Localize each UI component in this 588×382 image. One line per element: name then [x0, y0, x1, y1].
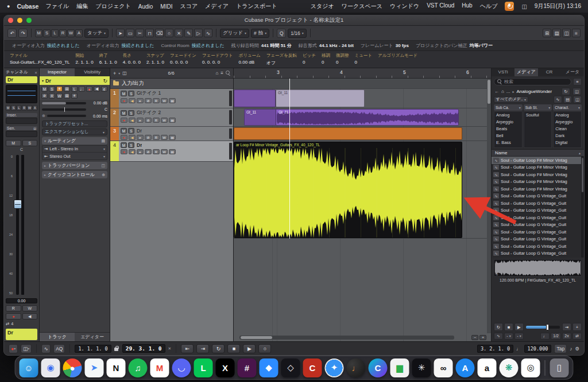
events-button[interactable]: ▤ [64, 93, 70, 99]
mute-button[interactable]: M [121, 91, 127, 96]
results-scrollbar[interactable] [581, 157, 584, 258]
metronome-icon[interactable]: ♪ [570, 346, 572, 352]
audio-clip-dr[interactable] [234, 127, 462, 140]
dock-line[interactable]: L [194, 358, 213, 377]
menubar-item[interactable]: プロジェクト [95, 2, 130, 10]
menubar-right-item[interactable]: VST Cloud [427, 2, 454, 10]
window-titlebar[interactable]: Cubase Pro プロジェクト - 名称未設定1 [4, 15, 584, 26]
events-button[interactable]: ▤ [169, 98, 176, 103]
info-item[interactable]: 微調整 0 [336, 53, 349, 68]
edit-channel-button[interactable]: e [137, 149, 144, 154]
insert-slot[interactable] [6, 118, 37, 124]
pan-readout[interactable]: C [6, 147, 37, 151]
write-automation-button[interactable]: W [22, 305, 38, 311]
tool-button[interactable]: ✎ [184, 29, 193, 37]
back-icon[interactable]: ← [494, 89, 499, 94]
left-locator-display[interactable]: 1. 1. 1. 0 [75, 345, 111, 353]
channel-mini-button[interactable]: R [22, 105, 26, 111]
add-track-button[interactable]: + [113, 71, 116, 76]
record-mode-button[interactable]: ●▾ [9, 344, 18, 353]
record-arm-button[interactable]: ● [121, 135, 127, 140]
attribute-column-header[interactable]: Charact. ▾ [553, 104, 582, 111]
close-icon[interactable]: ✕ [34, 71, 37, 75]
cycle-button[interactable]: ↻ [212, 344, 225, 353]
edit-channel-button[interactable]: e [101, 86, 107, 92]
preview-loop-button[interactable]: ↻ [494, 323, 503, 331]
results-name-header[interactable]: Name ▴ [492, 149, 584, 157]
tool-button[interactable]: ▷ [194, 29, 203, 37]
gear-icon[interactable]: ⚙ [575, 346, 579, 352]
monitor-button[interactable]: ◀ [129, 118, 136, 123]
track-number[interactable]: 4 [110, 141, 119, 161]
info-item[interactable]: 終了 6. 1. 1. 0 [99, 53, 117, 68]
channel-name[interactable]: Dr [6, 76, 37, 83]
read-button[interactable]: R [153, 135, 160, 140]
info-item[interactable]: ファイル Soul-GuitarL..FX_40_120_TL [10, 53, 70, 68]
edit-channel-button[interactable]: e [137, 135, 144, 140]
home-icon[interactable]: ⌂ [215, 71, 218, 76]
audition-curve-icon[interactable]: ∿ [41, 344, 51, 353]
sends-section[interactable]: Sen. ▤ [6, 126, 37, 130]
preview-waveform[interactable]: 5 [494, 259, 582, 276]
preview-volume-slider[interactable] [526, 326, 560, 329]
lane-button[interactable]: L [71, 86, 78, 92]
delay-slider[interactable] [47, 115, 86, 117]
toolbar-right-button[interactable]: ≡ [572, 29, 581, 37]
pan-slider[interactable] [42, 108, 86, 111]
zoom-out-button[interactable]: − [471, 335, 478, 340]
input-routing-row[interactable]: ⇥ Left - Stereo In ▾ [42, 146, 107, 153]
tool-button[interactable]: ▭ [126, 29, 134, 37]
folder-lane[interactable] [234, 79, 491, 89]
tool-button[interactable]: ✕ [175, 29, 183, 37]
automation-button[interactable]: M [35, 29, 42, 37]
track-name[interactable]: Dr [137, 128, 142, 134]
breadcrumb-location[interactable]: AnalogueWonder [517, 89, 552, 94]
monitor-button[interactable]: ◀ [94, 86, 100, 92]
track-name[interactable]: Dr [137, 142, 142, 148]
menubar-item[interactable]: MIDI [160, 3, 172, 10]
media-result-row[interactable]: ∿ Soul - Guitar Loop G Vintage_Guit [492, 200, 584, 207]
scrollbar-handle[interactable] [241, 336, 272, 339]
audio-clip-gt2[interactable]: Gt_11 Gt_11 [244, 109, 459, 126]
attribute-item[interactable]: Dark [554, 132, 581, 139]
solo-button[interactable]: S [128, 142, 134, 148]
edit-channel-button[interactable]: e [137, 118, 144, 123]
tool-button[interactable]: ⊓ [145, 29, 154, 37]
inspector-bottom-tab[interactable]: エディター [75, 333, 110, 341]
bypass-inserts-button[interactable]: ⊘ [41, 93, 48, 99]
media-result-row[interactable]: ∿ Soul - Guitar Loop F# Minor Vintag [492, 185, 584, 193]
channel-curve-thumbnail[interactable] [6, 85, 37, 103]
extension-row[interactable]: エクステンションなし ▾ [42, 128, 107, 135]
menubar-item[interactable]: トランスポート [236, 2, 277, 10]
dock-notion[interactable]: N [107, 358, 126, 377]
preset-sync-icon[interactable]: ↻ [103, 78, 107, 84]
output-routing-icon[interactable]: ⇄ [6, 321, 9, 326]
info-item[interactable]: フェーズを反転 オフ [266, 53, 297, 68]
goto-end-button[interactable]: ⇥ [196, 344, 209, 353]
channel-mini-button[interactable]: L [17, 105, 21, 111]
media-result-row[interactable]: ∿ Soul - Guitar Loop G Vintage_Guit [492, 207, 584, 215]
dock-discord[interactable]: ◡ [172, 358, 191, 377]
tool-button[interactable]: ⌫ [155, 29, 164, 37]
bypass-button[interactable]: ⊘ [145, 118, 152, 123]
dock-safari[interactable]: ✦ [325, 358, 344, 377]
write-button[interactable]: W [161, 135, 168, 140]
inspector-bottom-tab[interactable]: トラック [40, 333, 75, 341]
menubar-item[interactable]: ファイル [45, 2, 69, 10]
media-result-row[interactable]: ∿ Soul - Guitar Loop G Vintage_Guit [492, 228, 584, 236]
dock-browser[interactable]: ◉ [41, 358, 60, 377]
timebase-button[interactable]: ♩ [79, 86, 85, 92]
track-row-2[interactable]: 2 M S Gtテイク 2 ● ◀ e [110, 108, 233, 127]
volume-slider[interactable] [42, 102, 86, 104]
record-arm-button[interactable]: ● [86, 86, 92, 92]
attribute-item[interactable]: Analog [554, 112, 581, 119]
record-arm-button[interactable]: ● [121, 149, 127, 154]
tool-button[interactable]: ➤ [116, 29, 125, 37]
mic-status-icon[interactable] [505, 2, 514, 11]
menubar-right-item[interactable]: スタジオ [311, 2, 334, 10]
write-button[interactable]: W [161, 149, 168, 154]
mute-button[interactable]: M [121, 110, 127, 116]
secondary-position-display[interactable]: 3. 2. 1. 0 [477, 345, 513, 353]
events-button[interactable]: ▤ [169, 135, 176, 140]
media-result-row[interactable]: ∿ Soul - Guitar Loop F# Minor Vintag [492, 171, 584, 178]
